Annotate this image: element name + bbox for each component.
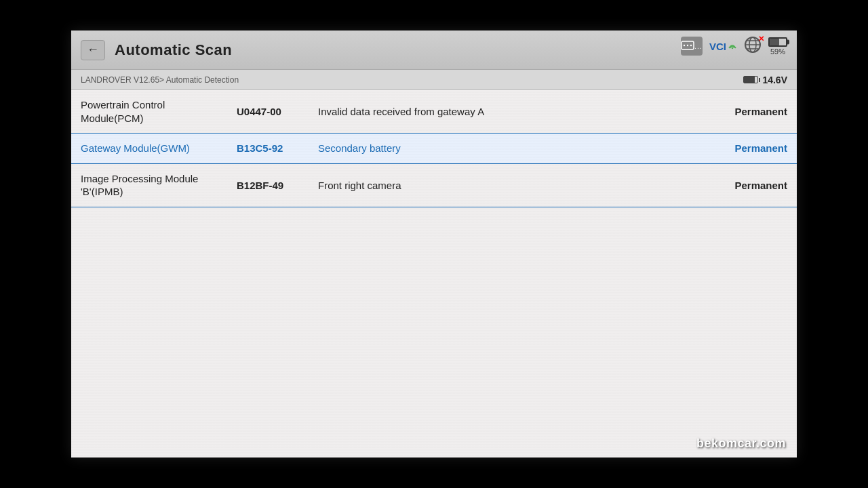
battery-fill: [770, 39, 779, 45]
module-name: Gateway Module(GWM): [71, 134, 227, 164]
watermark: bekomcar.com: [696, 436, 786, 451]
fault-description: Invalid data received from gateway A: [309, 90, 702, 134]
module-name: Image Processing Module 'B'(IPMB): [71, 163, 227, 207]
svg-point-1: [684, 45, 685, 46]
fault-code: B13C5-92: [227, 134, 309, 164]
globe-icon-wrapper: ✕: [744, 36, 762, 56]
header-bar: ← Automatic Scan VCI: [71, 30, 797, 70]
fault-code: U0447-00: [227, 90, 309, 134]
svg-point-3: [690, 45, 692, 46]
table-row[interactable]: Image Processing Module 'B'(IPMB) B12BF-…: [71, 163, 797, 207]
content-area: Powertrain Control Module(PCM) U0447-00 …: [71, 90, 797, 458]
back-arrow-icon: ←: [87, 43, 99, 57]
page-title: Automatic Scan: [115, 41, 232, 59]
voltage-value: 14.6V: [762, 75, 787, 85]
voltage-display: 14.6V: [743, 75, 787, 85]
svg-point-2: [687, 45, 688, 46]
battery-icon-row: [768, 37, 787, 47]
table-row[interactable]: Gateway Module(GWM) B13C5-92 Secondary b…: [71, 134, 797, 164]
fault-description: Secondary battery: [309, 134, 702, 164]
header-icons: VCI ✕: [681, 36, 787, 56]
table-row[interactable]: Powertrain Control Module(PCM) U0447-00 …: [71, 90, 797, 134]
battery-status: 59%: [768, 37, 787, 56]
vci-signal-icon: [728, 41, 737, 51]
breadcrumb: LANDROVER V12.65> Automatic Detection: [81, 75, 239, 85]
svg-point-4: [732, 47, 733, 49]
vci-label: VCI: [709, 41, 726, 52]
sub-header: LANDROVER V12.65> Automatic Detection 14…: [71, 70, 797, 90]
fault-description: Front right camera: [309, 163, 702, 207]
battery-icon: [768, 37, 787, 47]
battery-percent: 59%: [770, 47, 785, 56]
battery-small-icon: [743, 76, 758, 83]
fault-status: Permanent: [702, 134, 797, 164]
scan-table: Powertrain Control Module(PCM) U0447-00 …: [71, 90, 797, 207]
back-button[interactable]: ←: [81, 40, 105, 60]
fault-code: B12BF-49: [227, 163, 309, 207]
battery-small-fill: [744, 77, 755, 83]
module-name: Powertrain Control Module(PCM): [71, 90, 227, 134]
device-frame: ← Automatic Scan VCI: [71, 30, 797, 458]
chat-icon[interactable]: [681, 37, 703, 56]
fault-status: Permanent: [702, 163, 797, 207]
globe-x-icon: ✕: [758, 35, 764, 43]
vci-indicator: VCI: [709, 41, 737, 52]
fault-status: Permanent: [702, 90, 797, 134]
